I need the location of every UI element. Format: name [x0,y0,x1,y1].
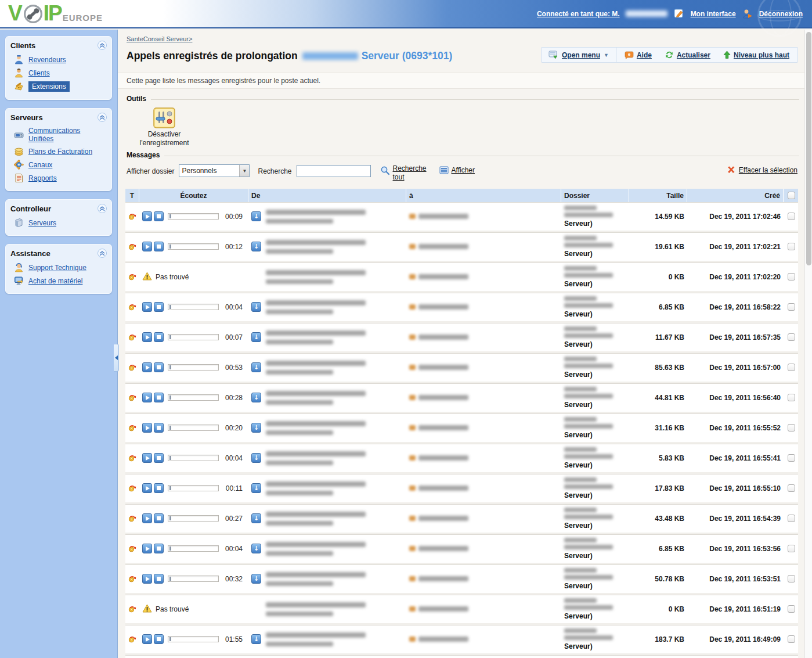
playback-progress-bar[interactable] [168,636,219,642]
row-checkbox[interactable] [788,424,795,432]
stop-button[interactable] [154,393,164,402]
download-button[interactable]: ↓ [251,242,261,251]
playback-progress-bar[interactable] [168,576,219,582]
row-checkbox[interactable] [788,575,795,583]
download-button[interactable]: ↓ [251,332,261,342]
download-button[interactable]: ↓ [251,362,261,372]
connected-as-link[interactable]: Connecté en tant que: M. [537,10,620,18]
playback-progress-bar[interactable] [168,425,219,431]
playback-progress-bar[interactable] [168,515,219,522]
playback-progress-bar[interactable] [168,455,219,461]
stop-button[interactable] [154,332,164,342]
panel-collapse-button[interactable] [98,41,107,50]
sidebar-item-clients[interactable]: Clients [10,66,107,80]
niveau-plus-haut-link[interactable]: Niveau plus haut [723,51,789,59]
sidebar-item-achat-de-mat-riel[interactable]: Achat de matériel [10,274,107,287]
sidebar-collapse-handle[interactable] [114,344,119,372]
sidebar-item-plans-de-facturation[interactable]: Plans de Facturation [10,145,107,158]
play-button[interactable] [142,332,152,342]
stop-button[interactable] [154,453,164,463]
stop-button[interactable] [154,211,164,221]
scrollbar-thumb[interactable] [806,32,811,265]
sidebar-item-label[interactable]: Achat de matériel [28,277,82,285]
play-button[interactable] [142,211,152,221]
play-button[interactable] [142,302,152,312]
stop-button[interactable] [154,544,164,553]
download-button[interactable]: ↓ [251,574,261,584]
sidebar-item-label[interactable]: Plans de Facturation [28,148,92,156]
play-button[interactable] [142,453,152,463]
download-button[interactable]: ↓ [251,302,261,312]
playback-progress-bar[interactable] [168,394,219,401]
row-checkbox[interactable] [788,635,795,643]
sidebar-item-label[interactable]: Canaux [28,161,52,169]
download-button[interactable]: ↓ [251,453,261,463]
download-button[interactable]: ↓ [251,423,261,433]
play-button[interactable] [142,393,152,402]
row-checkbox[interactable] [788,213,795,220]
play-button[interactable] [142,483,152,493]
disable-recording-button[interactable]: Désactiver l'enregistrement [124,107,205,148]
play-button[interactable] [142,423,152,433]
sidebar-item-label[interactable]: Support Technique [28,264,86,272]
stop-button[interactable] [154,423,164,433]
sidebar-item-rapports[interactable]: Rapports [10,171,107,185]
row-checkbox[interactable] [788,454,795,462]
sidebar-item-label[interactable]: Clients [28,69,50,77]
stop-button[interactable] [154,242,164,251]
sidebar-item-label[interactable]: Extensions [28,81,70,92]
breadcrumb[interactable]: SanteConseil Serveur> [127,35,192,42]
playback-progress-bar[interactable] [168,545,219,552]
play-button[interactable] [142,634,152,644]
download-button[interactable]: ↓ [251,513,261,523]
dossier-select[interactable]: Personnels ▼ [179,164,250,177]
stop-button[interactable] [154,513,164,523]
sidebar-item-canaux[interactable]: Canaux [10,158,107,171]
download-button[interactable]: ↓ [251,544,261,553]
row-checkbox[interactable] [788,273,795,281]
effacer-selection-link[interactable]: Effacer la sélection [727,166,797,174]
play-button[interactable] [142,242,152,251]
download-button[interactable]: ↓ [251,211,261,221]
open-menu-button[interactable]: Open menu ▼ [542,48,616,62]
row-checkbox[interactable] [788,605,795,613]
play-button[interactable] [142,574,152,584]
recherche-tout-link[interactable]: Recherche tout [380,164,431,182]
playback-progress-bar[interactable] [168,213,219,220]
sidebar-item-support-technique[interactable]: Support Technique [10,261,107,274]
row-checkbox[interactable] [788,394,795,401]
download-button[interactable]: ↓ [251,483,261,493]
download-button[interactable]: ↓ [251,393,261,402]
row-checkbox[interactable] [788,545,795,552]
panel-collapse-button[interactable] [98,204,107,213]
stop-button[interactable] [154,362,164,372]
sidebar-item-serveurs[interactable]: Serveurs [10,216,107,229]
actualiser-link[interactable]: Actualiser [665,51,710,59]
afficher-link[interactable]: Afficher [439,166,475,174]
play-button[interactable] [142,513,152,523]
mon-interface-link[interactable]: Mon interface [691,10,736,18]
stop-button[interactable] [154,483,164,493]
row-checkbox[interactable] [788,364,795,371]
sidebar-item-revendeurs[interactable]: Revendeurs [10,53,107,66]
row-checkbox[interactable] [788,243,795,250]
playback-progress-bar[interactable] [168,304,219,310]
row-checkbox[interactable] [788,484,795,492]
row-checkbox[interactable] [788,333,795,341]
playback-progress-bar[interactable] [168,485,219,491]
row-checkbox[interactable] [788,303,795,311]
stop-button[interactable] [154,302,164,312]
aide-link[interactable]: Aide [625,51,652,59]
sidebar-item-label[interactable]: Revendeurs [28,56,66,64]
playback-progress-bar[interactable] [168,243,219,250]
panel-collapse-button[interactable] [98,113,107,122]
sidebar-item-label[interactable]: Serveurs [28,219,56,227]
playback-progress-bar[interactable] [168,364,219,371]
stop-button[interactable] [154,574,164,584]
stop-button[interactable] [154,634,164,644]
select-all-checkbox[interactable] [788,192,795,199]
playback-progress-bar[interactable] [168,334,219,340]
search-input[interactable] [297,165,371,177]
sidebar-item-extensions[interactable]: Extensions [10,80,107,94]
play-button[interactable] [142,362,152,372]
